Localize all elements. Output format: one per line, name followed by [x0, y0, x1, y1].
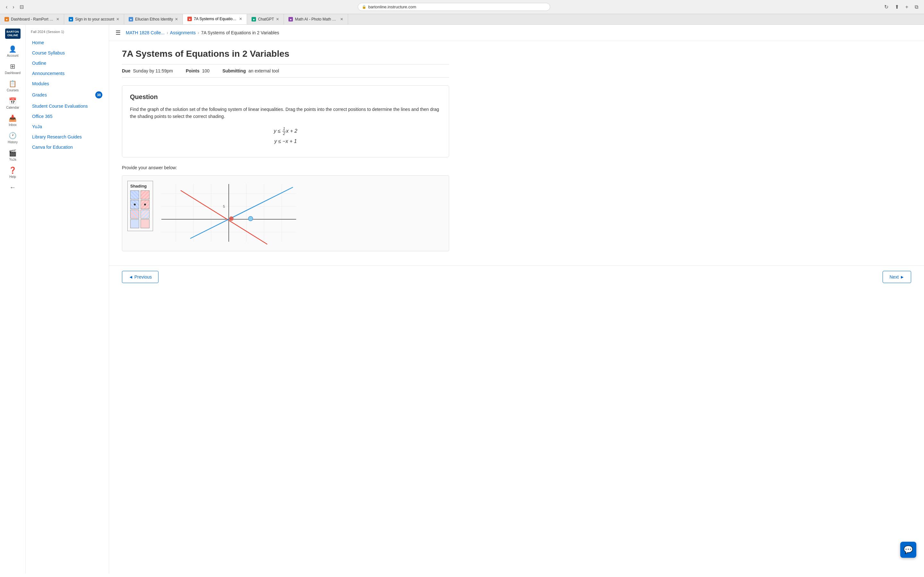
points-value: 100 [202, 68, 210, 73]
nav-sidebar: Fall 2024 (Session 1) HomeCourse Syllabu… [26, 25, 109, 574]
nav-link-grades[interactable]: Grades38 [26, 89, 109, 101]
nav-link-office365[interactable]: Office 365 [26, 111, 109, 121]
nav-link-yuja[interactable]: YuJa [26, 121, 109, 132]
content-area: 7A Systems of Equations in 2 Variables D… [109, 41, 462, 259]
page-title: 7A Systems of Equations in 2 Variables [122, 49, 449, 59]
shading-cell-4[interactable] [141, 200, 150, 209]
shading-panel: Shading [128, 181, 153, 231]
due-value: Sunday by 11:59pm [133, 68, 173, 73]
breadcrumb: MATH 1828 Colle... › Assignments › 7A Sy… [126, 30, 279, 35]
sidebar-icon-inbox[interactable]: 📥 Inbox [1, 112, 24, 129]
tab-close[interactable]: ✕ [239, 17, 242, 21]
nav-link-syllabus[interactable]: Course Syllabus [26, 48, 109, 58]
sidebar-icon-yuja[interactable]: 🎬 YuJa [1, 147, 24, 164]
browser-chrome: ‹ › ⊟ 🔒 bartonline.instructure.com ↻ ⬆ +… [0, 0, 924, 14]
sidebar-icon-calendar[interactable]: 📅 Calendar [1, 95, 24, 112]
main-content: ☰ MATH 1828 Colle... › Assignments › 7A … [109, 25, 924, 574]
assignment-meta: Due Sunday by 11:59pm Points 100 Submitt… [122, 64, 449, 77]
nav-link-announcements[interactable]: Announcements [26, 68, 109, 79]
breadcrumb-sep-2: › [198, 30, 199, 35]
barton-logo: BARTONONLINE [5, 29, 21, 39]
math-equations: y ≤ 12x + 2 y ≤ −x + 1 [130, 127, 441, 144]
shading-cell-1[interactable] [130, 190, 139, 199]
nav-link-library[interactable]: Library Research Guides [26, 132, 109, 142]
shading-cell-5[interactable] [130, 210, 139, 219]
address-bar[interactable]: 🔒 bartonline.instructure.com [358, 3, 550, 11]
app-layout: BARTONONLINE 👤 Account ⊞ Dashboard 📋 Cou… [0, 25, 924, 574]
previous-button[interactable]: ◄ Previous [122, 271, 158, 283]
nav-link-label-syllabus: Course Syllabus [32, 50, 65, 55]
browser-tab-tab6[interactable]: ● Math AI - Photo Math Solver &... ✕ [284, 14, 348, 24]
question-heading: Question [130, 93, 441, 101]
answer-section: Provide your answer below: Shading [122, 165, 449, 251]
shading-cell-6[interactable] [141, 210, 150, 219]
submitting-value: an external tool [248, 68, 279, 73]
icon-label-inbox: Inbox [9, 123, 16, 127]
nav-link-outline[interactable]: Outline [26, 58, 109, 68]
nav-link-label-library: Library Research Guides [32, 134, 82, 139]
tab-close[interactable]: ✕ [340, 17, 343, 21]
sidebar-toggle[interactable]: ⊟ [18, 3, 26, 11]
sidebar-icon-history[interactable]: 🕐 History [1, 129, 24, 147]
browser-tab-tab2[interactable]: ● Sign in to your account ✕ [64, 14, 124, 24]
reload-button[interactable]: ↻ [882, 3, 890, 11]
graph-svg: 5 [158, 181, 299, 245]
tab-close[interactable]: ✕ [116, 17, 120, 21]
tab-overview-button[interactable]: ⧉ [913, 3, 920, 11]
nav-link-label-canva: Canva for Education [32, 145, 73, 150]
browser-tab-tab5[interactable]: ● ChatGPT ✕ [247, 14, 284, 24]
sidebar-icon-dashboard[interactable]: ⊞ Dashboard [1, 60, 24, 77]
graph-area[interactable]: 5 [158, 181, 444, 246]
shading-cell-3[interactable] [130, 200, 139, 209]
browser-tab-tab3[interactable]: ● Ellucian Ethos Identity ✕ [124, 14, 183, 24]
equation-1: y ≤ 12x + 2 [130, 127, 441, 136]
nav-link-student-evals[interactable]: Student Course Evaluations [26, 101, 109, 111]
sidebar-icon-help[interactable]: ❓ Help [1, 164, 24, 181]
breadcrumb-course[interactable]: MATH 1828 Colle... [126, 30, 165, 35]
back-button[interactable]: ‹ [4, 3, 9, 11]
shading-options [130, 190, 150, 228]
sidebar-icon-account[interactable]: 👤 Account [1, 43, 24, 60]
shading-cell-2[interactable] [141, 190, 150, 199]
shading-cell-7[interactable] [130, 219, 139, 228]
forward-button[interactable]: › [11, 3, 16, 11]
tab-close[interactable]: ✕ [175, 17, 178, 21]
submitting-label: Submitting [222, 68, 246, 73]
nav-link-modules[interactable]: Modules [26, 79, 109, 89]
breadcrumb-assignments[interactable]: Assignments [170, 30, 196, 35]
browser-tab-tab4[interactable]: ● 7A Systems of Equations in 2... ✕ [183, 14, 247, 24]
icon-inbox: 📥 [9, 114, 17, 122]
nav-link-home[interactable]: Home [26, 37, 109, 48]
shading-cell-8[interactable] [141, 219, 150, 228]
nav-link-label-office365: Office 365 [32, 114, 53, 119]
tab-close[interactable]: ✕ [276, 17, 279, 21]
sidebar-icons: BARTONONLINE 👤 Account ⊞ Dashboard 📋 Cou… [0, 25, 26, 574]
chat-button[interactable]: 💬 [900, 542, 916, 558]
points-label: Points [186, 68, 200, 73]
icon-calendar: 📅 [9, 97, 17, 105]
breadcrumb-sep-1: › [166, 30, 168, 35]
browser-tab-tab1[interactable]: ● Dashboard - RamPort - Angel... ✕ [0, 14, 64, 24]
icon-label-account: Account [7, 54, 18, 57]
tab-title: Sign in to your account [75, 17, 114, 21]
nav-link-canva[interactable]: Canva for Education [26, 142, 109, 152]
sidebar-icon-courses[interactable]: 📋 Courses [1, 77, 24, 95]
new-tab-button[interactable]: + [903, 3, 910, 11]
hamburger-menu[interactable]: ☰ [115, 29, 121, 36]
tab-title: ChatGPT [258, 17, 274, 21]
svg-line-15 [190, 187, 293, 239]
icon-yuja: 🎬 [9, 149, 17, 157]
tab-close[interactable]: ✕ [56, 17, 59, 21]
graph-container[interactable]: Shading [122, 175, 449, 251]
share-button[interactable]: ⬆ [893, 3, 901, 11]
nav-link-label-announcements: Announcements [32, 71, 65, 76]
nav-badge-grades: 38 [95, 91, 102, 98]
answer-prompt: Provide your answer below: [122, 165, 449, 170]
svg-text:5: 5 [223, 205, 225, 208]
svg-point-17 [248, 216, 253, 221]
lock-icon: 🔒 [362, 5, 367, 9]
next-button[interactable]: Next ► [883, 271, 911, 283]
sidebar-icon-collapse[interactable]: ← [1, 181, 24, 193]
svg-line-14 [181, 190, 267, 244]
top-bar: ☰ MATH 1828 Colle... › Assignments › 7A … [109, 25, 924, 41]
